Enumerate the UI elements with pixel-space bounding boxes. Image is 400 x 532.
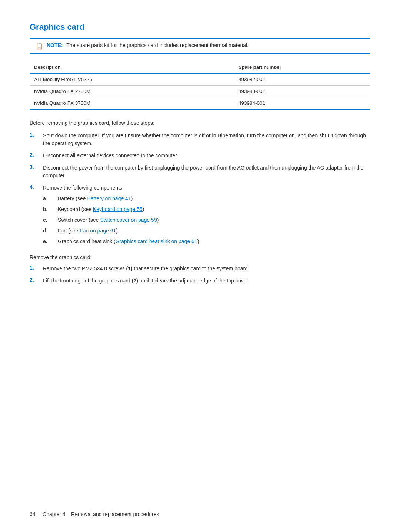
- intro-text: Before removing the graphics card, follo…: [30, 120, 370, 126]
- remove-step-2-bold: (2): [132, 278, 138, 284]
- footer: 64 Chapter 4 Removal and replacement pro…: [30, 508, 370, 517]
- remove-step-2-num: 2.: [30, 277, 43, 283]
- sub-steps-list: a. Battery (see Battery on page 41) b. K…: [43, 195, 199, 245]
- note-label: NOTE:: [47, 42, 63, 48]
- note-content: NOTE: The spare parts kit for the graphi…: [47, 42, 249, 48]
- sub-step-b: b. Keyboard (see Keyboard on page 55): [43, 205, 199, 213]
- sub-step-b-content: Keyboard (see Keyboard on page 55): [58, 205, 144, 213]
- page-content: Graphics card 📋 NOTE: The spare parts ki…: [0, 0, 400, 311]
- steps-list: 1. Shut down the computer. If you are un…: [30, 132, 370, 248]
- note-box: 📋 NOTE: The spare parts kit for the grap…: [30, 38, 370, 54]
- page-title: Graphics card: [30, 22, 370, 32]
- step-1-num: 1.: [30, 132, 43, 138]
- switch-cover-link[interactable]: Switch cover on page 59: [100, 217, 157, 223]
- keyboard-link[interactable]: Keyboard on page 55: [93, 206, 143, 212]
- table-row: nVidia Quadro FX 2700M493983-001: [30, 86, 370, 97]
- table-header-description: Description: [30, 61, 234, 73]
- table-cell-description: nVidia Quadro FX 2700M: [30, 86, 234, 97]
- sub-step-d-label: d.: [43, 227, 58, 235]
- table-cell-part-number: 493983-001: [234, 86, 370, 97]
- step-4-text: Remove the following components: a. Batt…: [43, 184, 199, 248]
- sub-step-c-label: c.: [43, 216, 58, 224]
- heatsink-link[interactable]: Graphics card heat sink on page 61: [116, 238, 197, 244]
- step-4-num: 4.: [30, 184, 43, 190]
- step-1: 1. Shut down the computer. If you are un…: [30, 132, 370, 147]
- step-3-num: 3.: [30, 164, 43, 170]
- table-cell-part-number: 493982-001: [234, 73, 370, 86]
- table-row: nVidia Quadro FX 3700M493984-001: [30, 97, 370, 110]
- table-cell-description: ATI Mobility FireGL V5725: [30, 73, 234, 86]
- sub-step-a-label: a.: [43, 195, 58, 203]
- sub-step-e-label: e.: [43, 238, 58, 245]
- remove-step-2: 2. Lift the front edge of the graphics c…: [30, 277, 370, 285]
- sub-step-a-content: Battery (see Battery on page 41): [58, 195, 133, 203]
- sub-step-b-label: b.: [43, 205, 58, 213]
- footer-text: 64 Chapter 4 Removal and replacement pro…: [30, 511, 159, 517]
- step-2-num: 2.: [30, 152, 43, 158]
- sub-step-c-content: Switch cover (see Switch cover on page 5…: [58, 216, 159, 224]
- remove-step-1: 1. Remove the two PM2.5×4.0 screws (1) t…: [30, 265, 370, 272]
- parts-table: Description Spare part number ATI Mobili…: [30, 61, 370, 110]
- remove-step-1-bold: (1): [126, 265, 133, 271]
- footer-divider: [30, 508, 370, 508]
- fan-link[interactable]: Fan on page 61: [80, 228, 116, 234]
- remove-header: Remove the graphics card:: [30, 254, 370, 260]
- note-text: The spare parts kit for the graphics car…: [66, 42, 249, 48]
- sub-step-e: e. Graphics card heat sink (Graphics car…: [43, 238, 199, 245]
- sub-step-c: c. Switch cover (see Switch cover on pag…: [43, 216, 199, 224]
- step-3-text: Disconnect the power from the computer b…: [43, 164, 370, 180]
- sub-step-e-content: Graphics card heat sink (Graphics card h…: [58, 238, 199, 245]
- step-4: 4. Remove the following components: a. B…: [30, 184, 370, 248]
- step-3: 3. Disconnect the power from the compute…: [30, 164, 370, 180]
- step-2: 2. Disconnect all external devices conne…: [30, 152, 370, 160]
- note-icon: 📋: [36, 43, 43, 50]
- remove-step-1-text: Remove the two PM2.5×4.0 screws (1) that…: [43, 265, 249, 272]
- table-cell-description: nVidia Quadro FX 3700M: [30, 97, 234, 110]
- battery-link[interactable]: Battery on page 41: [87, 195, 131, 201]
- table-header-part-number: Spare part number: [234, 61, 370, 73]
- sub-step-d: d. Fan (see Fan on page 61): [43, 227, 199, 235]
- sub-step-a: a. Battery (see Battery on page 41): [43, 195, 199, 203]
- remove-step-2-text: Lift the front edge of the graphics card…: [43, 277, 249, 285]
- table-row: ATI Mobility FireGL V5725493982-001: [30, 73, 370, 86]
- remove-steps-list: 1. Remove the two PM2.5×4.0 screws (1) t…: [30, 265, 370, 285]
- step-2-text: Disconnect all external devices connecte…: [43, 152, 178, 160]
- table-cell-part-number: 493984-001: [234, 97, 370, 110]
- step-1-text: Shut down the computer. If you are unsur…: [43, 132, 370, 147]
- sub-step-d-content: Fan (see Fan on page 61): [58, 227, 118, 235]
- remove-step-1-num: 1.: [30, 265, 43, 271]
